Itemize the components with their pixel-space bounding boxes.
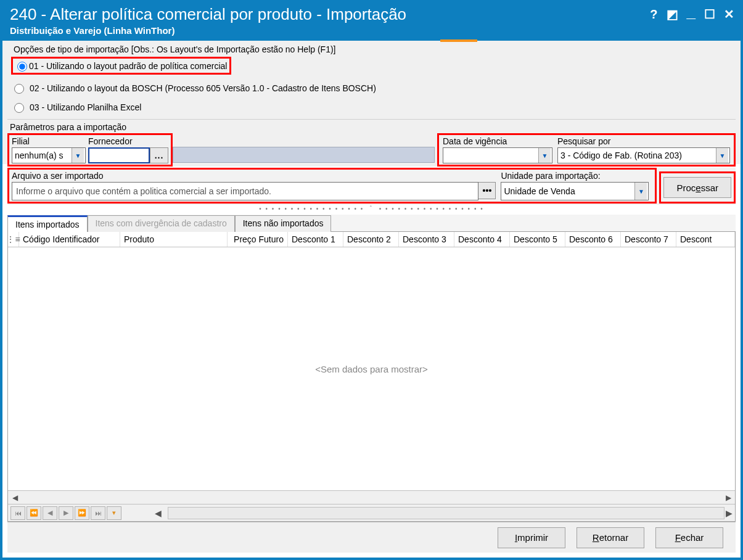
arquivo-label: Arquivo a ser importado <box>12 171 496 181</box>
nav-last-icon[interactable]: ⏭ <box>91 506 105 520</box>
nav-next-icon[interactable]: ▶ <box>59 506 73 520</box>
grid-navigator: ⏮ ⏪ ◀ ▶ ⏩ ⏭ ▾ ◀ ▶ <box>8 504 735 521</box>
option-1-radio[interactable] <box>17 62 27 72</box>
col-desc8[interactable]: Descont <box>676 232 735 247</box>
filial-label: Filial <box>12 136 86 146</box>
col-preco[interactable]: Preço Futuro <box>228 232 288 247</box>
nav-nextpage-icon[interactable]: ⏩ <box>75 506 89 520</box>
nav-prev-icon[interactable]: ◀ <box>43 506 57 520</box>
data-vigencia-combo[interactable] <box>443 147 552 163</box>
tab-itens-divergencia[interactable]: Itens com divergência de cadastro <box>88 215 235 232</box>
unidade-combo[interactable]: Unidade de Venda <box>501 182 649 200</box>
scroll-left2-icon[interactable]: ◀ <box>155 508 162 518</box>
filter-icon[interactable]: ▾ <box>107 506 121 520</box>
fornecedor-display-strip <box>173 147 435 163</box>
filial-value: nenhum(a) s <box>12 150 72 160</box>
params-row-1: Filial nenhum(a) s Fornecedor ... <box>7 133 736 167</box>
help-icon[interactable]: ? <box>650 8 657 20</box>
window-controls: ? ◩ _ ☐ ✕ <box>650 6 734 22</box>
col-desc6[interactable]: Desconto 6 <box>565 232 621 247</box>
col-desc1[interactable]: Desconto 1 <box>288 232 343 247</box>
option-2-label: 02 - Utilizando o layout da BOSCH (Proce… <box>30 83 376 93</box>
option-3-radio[interactable] <box>14 103 24 113</box>
chevron-down-icon[interactable] <box>538 148 551 163</box>
bottom-bar: Imprimir Retornar Fechar <box>7 522 736 553</box>
options-group-label: Opções de tipo de importação [Obs.: Os L… <box>11 43 732 56</box>
splitter-handle[interactable]: • • • • • • • • • • • • • • • • • ˆ • • … <box>7 206 736 212</box>
params-row-2: Arquivo a ser importado Informe o arquiv… <box>7 168 736 205</box>
app-window: 240 - Alterar política comercial por pro… <box>0 0 743 560</box>
filial-combo[interactable]: nenhum(a) s <box>12 147 86 163</box>
fornecedor-lookup-button[interactable]: ... <box>150 147 168 163</box>
imprimir-button[interactable]: Imprimir <box>498 527 565 548</box>
scroll-left-icon[interactable]: ◀ <box>8 492 22 504</box>
import-options-group: Opções de tipo de importação [Obs.: Os L… <box>7 43 736 120</box>
arquivo-browse-button[interactable]: ••• <box>478 182 496 199</box>
content: Opções de tipo de importação [Obs.: Os L… <box>2 41 741 558</box>
grid-body: <Sem dados para mostrar> <box>8 247 735 490</box>
nav-prevpage-icon[interactable]: ⏪ <box>27 506 41 520</box>
pesquisar-value: 3 - Código de Fab. (Rotina 203) <box>558 150 716 160</box>
col-desc5[interactable]: Desconto 5 <box>510 232 565 247</box>
col-codigo[interactable]: Código Identificador <box>19 232 120 247</box>
tool-icon[interactable]: ◩ <box>667 8 678 20</box>
col-desc3[interactable]: Desconto 3 <box>399 232 454 247</box>
grid-hscroll[interactable]: ◀ ▶ <box>8 490 735 504</box>
chevron-down-icon[interactable] <box>634 183 647 200</box>
fechar-button[interactable]: Fechar <box>655 527 723 548</box>
arquivo-input[interactable]: Informe o arquivo que contém a politica … <box>12 182 478 200</box>
pesquisar-label: Pesquisar por <box>557 136 730 146</box>
col-desc7[interactable]: Desconto 7 <box>621 232 676 247</box>
option-3-row: 03 - Utilizando Planilha Excel <box>11 100 732 119</box>
minimize-icon[interactable]: _ <box>687 4 696 20</box>
data-vigencia-label: Data de vigência <box>443 136 552 146</box>
pesquisar-combo[interactable]: 3 - Código de Fab. (Rotina 203) <box>557 147 730 163</box>
option-2-row: 02 - Utilizando o layout da BOSCH (Proce… <box>11 81 732 100</box>
grid-header: ⋮≡ Código Identificador Produto Preço Fu… <box>8 232 735 247</box>
col-desc4[interactable]: Desconto 4 <box>454 232 510 247</box>
unidade-value: Unidade de Venda <box>501 186 634 196</box>
grid-empty-text: <Sem dados para mostrar> <box>315 364 428 374</box>
accent-strip <box>440 39 477 42</box>
arquivo-placeholder: Informe o arquivo que contém a politica … <box>16 186 271 196</box>
scroll-right-icon[interactable]: ▶ <box>721 492 735 504</box>
retornar-button[interactable]: Retornar <box>577 527 644 548</box>
tabs: Itens importados Itens com divergência d… <box>7 215 736 232</box>
option-1-label: 01 - Utilizando o layout padrão de polít… <box>29 61 227 71</box>
col-produto[interactable]: Produto <box>120 232 228 247</box>
row-selector-header[interactable]: ⋮≡ <box>8 232 19 247</box>
fornecedor-input[interactable] <box>88 147 150 163</box>
nav-scroll-track[interactable] <box>168 507 725 519</box>
tab-itens-nao-importados[interactable]: Itens não importados <box>235 215 332 232</box>
chevron-down-icon[interactable] <box>716 148 728 163</box>
params-group-label: Parâmetros para a importação <box>7 121 736 133</box>
option-2-radio[interactable] <box>14 84 24 94</box>
maximize-icon[interactable]: ☐ <box>704 8 715 20</box>
chevron-down-icon[interactable] <box>72 148 84 163</box>
fornecedor-label: Fornecedor <box>88 136 168 146</box>
titlebar: 240 - Alterar política comercial por pro… <box>2 2 741 41</box>
option-3-label: 03 - Utilizando Planilha Excel <box>30 102 141 112</box>
window-subtitle: Distribuição e Varejo (Linha WinThor) <box>10 25 733 36</box>
close-icon[interactable]: ✕ <box>724 8 734 20</box>
nav-first-icon[interactable]: ⏮ <box>10 506 25 520</box>
data-grid: ⋮≡ Código Identificador Produto Preço Fu… <box>7 232 736 522</box>
option-1-row: 01 - Utilizando o layout padrão de polít… <box>11 56 732 81</box>
window-title: 240 - Alterar política comercial por pro… <box>10 5 733 24</box>
processar-button[interactable]: Processar <box>663 177 731 198</box>
col-desc2[interactable]: Desconto 2 <box>343 232 399 247</box>
tab-itens-importados[interactable]: Itens importados <box>7 215 88 232</box>
scroll-right2-icon[interactable]: ▶ <box>726 508 733 518</box>
unidade-label: Unidade para importação: <box>501 171 652 181</box>
